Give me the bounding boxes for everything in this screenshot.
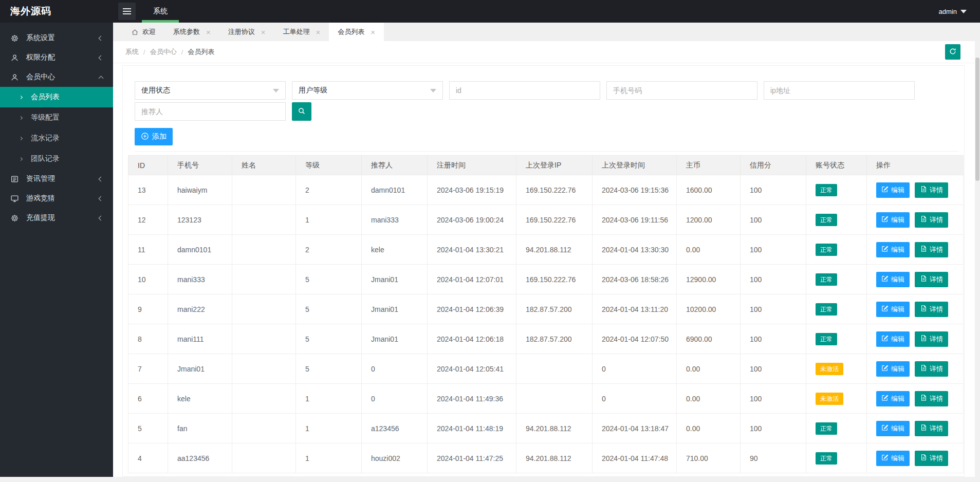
table-row: 11 damn0101 2 kele 2024-01-04 13:30:21 9… [128, 235, 964, 265]
table-row: 12 123123 1 mani333 2024-03-06 19:00:24 … [128, 205, 964, 235]
cell-last-ip: 94.201.88.112 [516, 414, 593, 443]
nav-item-system[interactable]: 系统 [142, 0, 179, 23]
cell-status: 正常 [806, 294, 867, 324]
sidebar-item-flow-records[interactable]: 流水记录 [0, 128, 113, 149]
sidebar-item-recharge-withdraw[interactable]: 充值提现 [0, 208, 113, 228]
sidebar-subitem-label: 等级配置 [31, 113, 60, 122]
tab-welcome[interactable]: 欢迎 [122, 23, 164, 41]
detail-button[interactable]: 详情 [915, 451, 948, 466]
cell-last-time: 0 [593, 354, 677, 384]
search-icon [298, 107, 306, 117]
detail-button-label: 详情 [930, 424, 943, 433]
status-select[interactable]: 使用状态 [135, 81, 286, 100]
cell-referrer: houzi002 [362, 443, 428, 473]
breadcrumb-link-system[interactable]: 系统 [125, 47, 139, 57]
cell-level: 1 [296, 384, 362, 414]
user-level-select[interactable]: 用户等级 [292, 81, 443, 100]
chevron-down-icon [99, 76, 104, 81]
detail-button[interactable]: 详情 [915, 361, 948, 377]
sidebar-item-news-management[interactable]: 资讯管理 [0, 169, 113, 189]
chevron-right-icon [19, 95, 23, 99]
detail-button-label: 详情 [930, 215, 943, 225]
close-icon[interactable]: × [206, 28, 211, 36]
edit-button[interactable]: 编辑 [876, 272, 910, 287]
tab-member-list[interactable]: 会员列表 × [329, 23, 384, 41]
chevron-left-icon [99, 55, 104, 60]
detail-button[interactable]: 详情 [915, 242, 948, 257]
ip-input[interactable] [764, 81, 915, 100]
edit-button[interactable]: 编辑 [876, 391, 910, 406]
phone-input[interactable] [606, 81, 757, 100]
edit-icon [881, 394, 889, 403]
close-icon[interactable]: × [371, 28, 375, 36]
detail-button[interactable]: 详情 [915, 391, 948, 406]
chevron-left-icon [99, 35, 104, 41]
edit-button[interactable]: 编辑 [876, 331, 910, 347]
cell-status: 正常 [806, 205, 867, 235]
add-button[interactable]: 添加 [135, 128, 173, 145]
detail-button[interactable]: 详情 [915, 212, 948, 228]
sidebar-item-member-center[interactable]: 会员中心 [0, 67, 113, 87]
id-input[interactable] [449, 81, 600, 100]
breadcrumb-link-member-center[interactable]: 会员中心 [150, 47, 177, 57]
cell-last-ip: 169.150.222.76 [516, 175, 593, 205]
plus-circle-icon [141, 132, 149, 142]
cell-last-ip: 169.150.222.76 [516, 265, 593, 294]
status-badge: 正常 [816, 184, 837, 196]
tab-register-agreement[interactable]: 注册协议 × [219, 23, 274, 41]
edit-button[interactable]: 编辑 [876, 451, 910, 466]
edit-button[interactable]: 编辑 [876, 421, 910, 436]
refresh-button[interactable] [945, 44, 960, 60]
search-button[interactable] [292, 102, 311, 121]
table-row: 10 mani333 5 Jmani01 2024-01-04 12:07:01… [128, 265, 964, 294]
user-menu[interactable]: admin [939, 8, 967, 15]
edit-button[interactable]: 编辑 [876, 242, 910, 257]
sidebar-item-permissions[interactable]: 权限分配 [0, 48, 113, 67]
vertical-scrollbar-thumb[interactable] [975, 58, 979, 181]
cell-last-time: 2024-01-04 13:11:20 [593, 294, 677, 324]
column-header-id: ID [128, 156, 168, 175]
detail-button[interactable]: 详情 [915, 331, 948, 347]
edit-button[interactable]: 编辑 [876, 302, 910, 317]
sidebar-item-label: 资讯管理 [26, 174, 99, 183]
cell-name [232, 354, 296, 384]
detail-button[interactable]: 详情 [915, 272, 948, 287]
tab-label: 系统参数 [173, 27, 200, 36]
tab-system-params[interactable]: 系统参数 × [164, 23, 219, 41]
sidebar-item-member-list[interactable]: 会员列表 [0, 87, 113, 107]
edit-button[interactable]: 编辑 [876, 361, 910, 377]
sidebar-toggle-button[interactable] [118, 3, 136, 20]
cell-actions: 编辑 详情 [867, 384, 964, 414]
cell-phone: 123123 [168, 205, 232, 235]
cell-status: 未激活 [806, 354, 867, 384]
cell-level: 5 [296, 265, 362, 294]
edit-icon [881, 454, 889, 462]
cell-actions: 编辑 详情 [867, 294, 964, 324]
main-content: 使用状态 用户等级 [113, 63, 975, 477]
edit-button[interactable]: 编辑 [876, 182, 910, 198]
close-icon[interactable]: × [316, 28, 321, 36]
detail-button[interactable]: 详情 [915, 302, 948, 317]
cell-last-time: 2024-03-06 18:58:26 [593, 265, 677, 294]
cell-last-ip: 169.150.222.76 [516, 205, 593, 235]
detail-button[interactable]: 详情 [915, 182, 948, 198]
detail-button[interactable]: 详情 [915, 421, 948, 436]
cell-reg-time: 2024-01-04 12:06:39 [428, 294, 516, 324]
news-icon [10, 175, 19, 183]
sidebar-item-level-config[interactable]: 等级配置 [0, 107, 113, 128]
sidebar-item-game-guess[interactable]: 游戏竞猜 [0, 189, 113, 208]
nav-item-label: 系统 [153, 7, 168, 16]
status-badge: 正常 [816, 214, 837, 226]
detail-button-label: 详情 [930, 335, 943, 344]
close-icon[interactable]: × [261, 28, 266, 36]
tab-work-orders[interactable]: 工单处理 × [274, 23, 329, 41]
status-badge: 正常 [816, 452, 837, 465]
edit-button[interactable]: 编辑 [876, 212, 910, 228]
sidebar-item-system-settings[interactable]: 系统设置 [0, 28, 113, 48]
referrer-input[interactable] [135, 102, 286, 121]
sidebar-item-team-records[interactable]: 团队记录 [0, 149, 113, 169]
cell-last-time: 2024-01-04 13:18:47 [593, 414, 677, 443]
cell-credit: 100 [741, 235, 806, 265]
breadcrumb-current: 会员列表 [188, 47, 214, 57]
username: admin [939, 8, 957, 15]
